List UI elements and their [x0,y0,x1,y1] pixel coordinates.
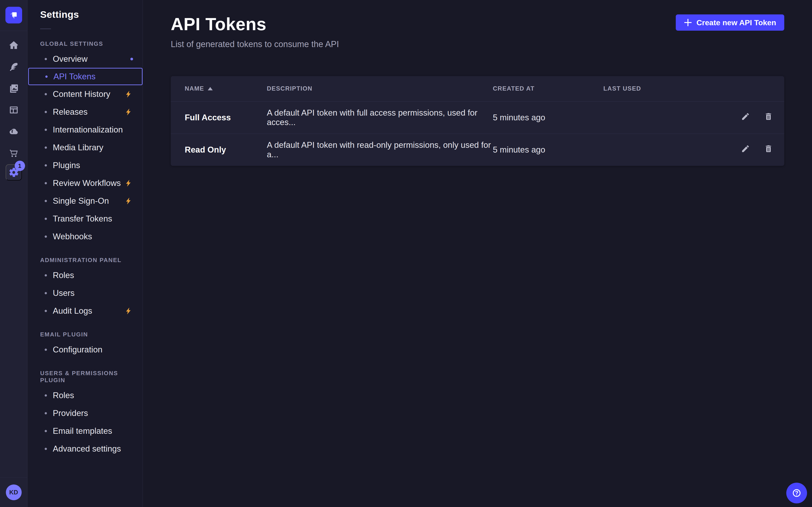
bullet-icon [45,93,47,95]
section-global-settings: GLOBAL SETTINGS Overview API Tokens Cont… [28,40,143,245]
section-label: GLOBAL SETTINGS [28,40,143,47]
sidebar-item-plugins[interactable]: Plugins [28,156,143,174]
bullet-icon [45,164,47,167]
sidebar-item-releases[interactable]: Releases [28,103,143,121]
token-name: Read Only [171,133,267,166]
settings-button[interactable]: 1 [6,164,22,180]
edit-token-button[interactable] [741,144,750,154]
sidebar-item-label: Configuration [53,345,102,354]
section-administration-panel: ADMINISTRATION PANEL Roles Users Audit L… [28,257,143,320]
feather-pen-icon[interactable] [9,61,19,72]
table-row-read-only[interactable]: Read Only A default API token with read-… [171,133,784,166]
sidebar-item-label: API Tokens [53,72,95,81]
sidebar-item-label: Advanced settings [53,444,121,454]
sidebar-item-overview[interactable]: Overview [28,50,143,68]
bullet-icon [45,218,47,220]
subnav-title: Settings [28,9,143,20]
bullet-icon [45,394,47,397]
create-api-token-button[interactable]: Create new API Token [676,14,784,31]
sidebar-item-label: Content History [53,90,110,99]
help-question-icon [791,487,803,499]
sidebar-item-label: Transfer Tokens [53,214,112,224]
bullet-icon [45,412,47,414]
lightning-icon [124,307,133,315]
token-created-at: 5 minutes ago [493,133,603,166]
sidebar-item-roles-up[interactable]: Roles [28,386,143,404]
trash-icon [764,112,773,121]
token-description: A default API token with read-only permi… [267,133,493,166]
sidebar-item-label: Users [53,288,75,298]
strapi-logo[interactable] [5,7,22,23]
sidebar-item-review-workflows[interactable]: Review Workflows [28,174,143,192]
sort-by-name-button[interactable]: NAME [185,85,267,92]
sidebar-item-single-sign-on[interactable]: Single Sign-On [28,192,143,210]
api-tokens-table: NAME DESCRIPTION CREATED AT LAST USED Fu… [171,76,784,166]
sidebar-item-content-history[interactable]: Content History [28,85,143,103]
page-subtitle: List of generated tokens to consume the … [171,40,339,49]
bullet-icon [45,147,47,149]
plus-icon [684,18,692,26]
sidebar-item-advanced-settings[interactable]: Advanced settings [28,440,143,458]
subnav-divider [40,29,51,29]
layout-builder-icon[interactable] [9,105,19,115]
bullet-icon [45,129,47,131]
section-label: USERS & PERMISSIONS PLUGIN [28,370,143,384]
token-created-at: 5 minutes ago [493,101,603,133]
rail-bottom-divider [0,477,27,478]
create-button-label: Create new API Token [697,18,776,27]
bullet-icon [45,58,47,60]
table-row-full-access[interactable]: Full Access A default API token with ful… [171,101,784,133]
bullet-icon [45,349,47,351]
column-header-actions [700,76,784,101]
sidebar-item-label: Review Workflows [53,178,121,188]
sidebar-item-providers[interactable]: Providers [28,404,143,422]
bullet-icon [45,111,47,113]
column-header-created-at: CREATED AT [493,76,603,101]
sidebar-item-label: Providers [53,408,88,418]
main-content: API Tokens List of generated tokens to c… [143,0,812,507]
user-avatar[interactable]: KD [6,485,22,500]
home-icon[interactable] [9,40,19,50]
sidebar-item-audit-logs[interactable]: Audit Logs [28,302,143,320]
bullet-icon [45,75,48,78]
sidebar-item-label: Internationalization [53,125,123,134]
sidebar-item-label: Audit Logs [53,306,92,316]
section-label: EMAIL PLUGIN [28,331,143,338]
media-library-icon[interactable] [9,83,19,94]
token-last-used [603,133,700,166]
edit-token-button[interactable] [741,112,750,122]
bullet-icon [45,292,47,294]
cloud-icon[interactable] [9,126,19,137]
bullet-icon [45,274,47,277]
notification-dot-icon [131,58,133,60]
sidebar-item-users[interactable]: Users [28,284,143,302]
sidebar-item-transfer-tokens[interactable]: Transfer Tokens [28,210,143,228]
sidebar-item-internationalization[interactable]: Internationalization [28,121,143,138]
token-name: Full Access [171,101,267,133]
sidebar-item-media-library[interactable]: Media Library [28,138,143,156]
sidebar-item-api-tokens[interactable]: API Tokens [28,68,143,85]
sidebar-item-webhooks[interactable]: Webhooks [28,228,143,245]
delete-token-button[interactable] [764,112,773,122]
page-header: API Tokens List of generated tokens to c… [171,14,784,49]
column-header-description: DESCRIPTION [267,76,493,101]
sidebar-item-configuration[interactable]: Configuration [28,341,143,358]
sidebar-item-roles-admin[interactable]: Roles [28,266,143,284]
column-header-last-used: LAST USED [603,76,700,101]
sidebar-item-email-templates[interactable]: Email templates [28,422,143,440]
delete-token-button[interactable] [764,144,773,154]
rail-nav-icons [9,31,19,158]
table-header-row: NAME DESCRIPTION CREATED AT LAST USED [171,76,784,101]
sort-ascending-icon [208,87,213,90]
section-users-permissions-plugin: USERS & PERMISSIONS PLUGIN Roles Provide… [28,370,143,458]
sidebar-item-label: Plugins [53,161,80,170]
lightning-icon [124,179,133,187]
cart-icon[interactable] [9,148,19,158]
bullet-icon [45,182,47,184]
help-button[interactable] [786,483,807,503]
bullet-icon [45,430,47,432]
strapi-admin-app: 1 KD Settings GLOBAL SETTINGS Overview A… [0,0,812,507]
sidebar-item-label: Roles [53,271,74,280]
strapi-logo-icon [9,10,19,20]
lightning-icon [124,197,133,205]
